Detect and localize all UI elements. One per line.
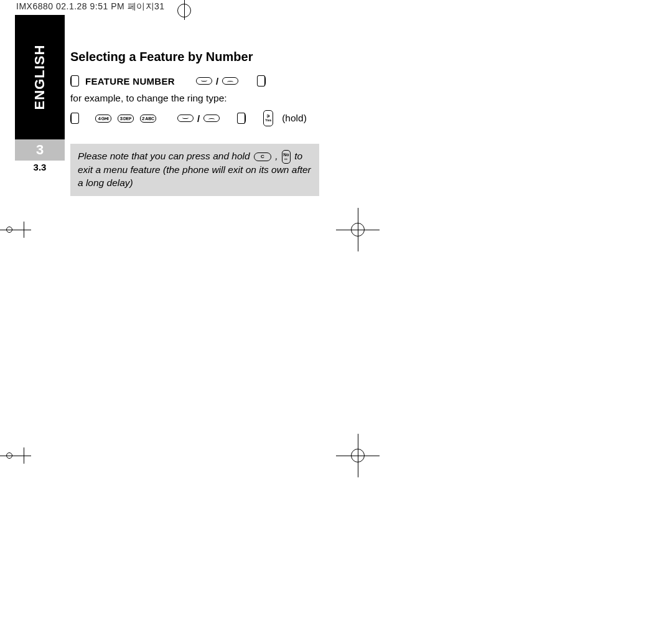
digit-key-3-icon: 3DEF [118,115,134,123]
soft-key-up-icon [222,77,238,85]
reg-circle-small [6,452,12,459]
c-key-icon: C [254,152,271,161]
reg-circle [177,4,191,17]
reg-circle [351,449,365,462]
digit-key-2-icon: 2ABC [140,115,156,123]
note-text-pre: Please note that you can press and hold [78,151,253,161]
content-block: Selecting a Feature by Number FEATURE NU… [70,50,319,196]
reg-circle-small [6,227,12,233]
soft-key-down-icon [196,77,212,85]
slash-separator: / [216,76,218,87]
soft-key-down-icon [177,115,194,122]
menu-key-right-icon [237,113,246,124]
print-header: IMX6880 02.1.28 9:51 PM 페이지31 [16,1,165,12]
soft-key-up-icon [203,115,220,122]
instruction-row-2: 4GHI 3DEF 2ABC / ⚞Yes (hold) [70,110,319,126]
slash-separator: / [197,113,200,124]
yes-key-icon: ⚞Yes [263,110,273,126]
section-heading: Selecting a Feature by Number [70,50,319,64]
hold-label: (hold) [282,113,307,124]
no-key-icon: No▭ [282,150,291,164]
note-box: Please note that you can press and hold … [70,144,319,196]
crop-mark [24,447,24,464]
reg-circle [351,223,365,236]
feature-number-label: FEATURE NUMBER [85,76,175,87]
menu-key-right-icon [257,75,266,87]
menu-key-left-icon [70,75,79,87]
crop-mark [0,230,31,230]
sidebar-chapter-number: 3 [15,139,65,161]
instruction-row-1: FEATURE NUMBER / [70,75,319,87]
digit-key-4-icon: 4GHI [95,115,111,123]
example-intro-text: for example, to change the ring type: [70,93,319,104]
sidebar-section-number: 3.3 [15,161,65,177]
sidebar-language-block: ENGLISH [15,15,65,139]
sidebar-language-label: ENGLISH [32,45,48,110]
menu-key-left-icon [70,113,79,124]
crop-mark [0,456,31,456]
crop-mark [24,222,24,238]
note-text-mid: , [275,151,281,161]
